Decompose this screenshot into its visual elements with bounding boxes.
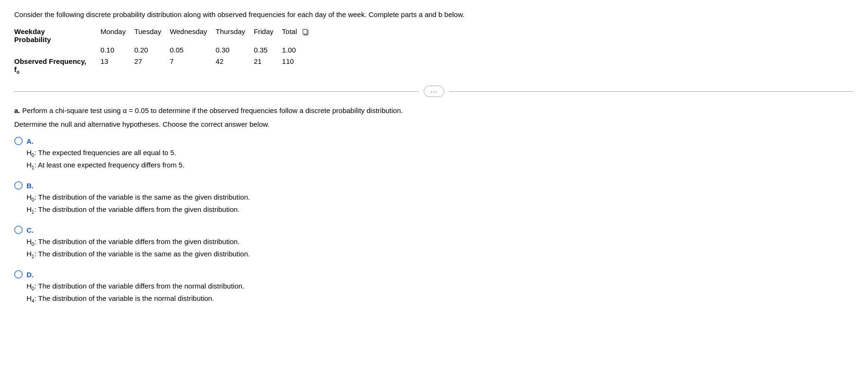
option-b-h1: H1: The distribution of the variable dif… <box>27 204 250 216</box>
option-d-letter: D. <box>27 271 34 279</box>
freq-total: 110 <box>282 55 318 76</box>
divider-section: ··· <box>14 86 854 97</box>
option-a-block: A. H0: The expected frequencies are all … <box>14 136 854 172</box>
option-d-h0: H0: The distribution of the variable dif… <box>27 280 244 293</box>
option-d-block: D. H0: The distribution of the variable … <box>14 269 854 305</box>
col-friday-header: Friday <box>254 26 282 44</box>
option-a-radio[interactable] <box>14 137 23 145</box>
divider-line-right <box>449 91 854 92</box>
option-c-h0: H0: The distribution of the variable dif… <box>27 236 250 248</box>
option-a-letter: A. <box>27 137 34 145</box>
freq-tuesday: 27 <box>134 55 170 76</box>
option-a-h1: H1: At least one expected frequency diff… <box>27 159 185 172</box>
expand-button[interactable]: ··· <box>424 86 445 97</box>
option-c-radio[interactable] <box>14 226 23 234</box>
hypotheses-prompt: Determine the null and alternative hypot… <box>14 120 854 128</box>
prob-thursday: 0.30 <box>216 44 254 55</box>
freq-thursday: 42 <box>216 55 254 76</box>
data-table: WeekdayProbability Monday Tuesday Wednes… <box>14 26 318 76</box>
col-thursday-header: Thursday <box>216 26 254 44</box>
freq-wednesday: 7 <box>170 55 216 76</box>
svg-rect-1 <box>303 29 307 34</box>
divider-line-left <box>14 91 419 92</box>
col-monday-header: Monday <box>100 26 134 44</box>
table-header-row: WeekdayProbability Monday Tuesday Wednes… <box>14 26 318 44</box>
option-b-block: B. H0: The distribution of the variable … <box>14 180 854 216</box>
option-c-text: H0: The distribution of the variable dif… <box>27 236 250 261</box>
option-a-h0: H0: The expected frequencies are all equ… <box>27 147 185 159</box>
intro-text: Consider the following discrete probabil… <box>14 9 854 19</box>
col-weekday-header: WeekdayProbability <box>14 26 100 44</box>
prob-monday: 0.10 <box>100 44 134 55</box>
prob-tuesday: 0.20 <box>134 44 170 55</box>
option-b-h0: H0: The distribution of the variable is … <box>27 192 250 204</box>
option-c-letter: C. <box>27 226 34 234</box>
section-a-label: a. Perform a chi-square test using α = 0… <box>14 106 854 114</box>
option-c-block: C. H0: The distribution of the variable … <box>14 225 854 261</box>
prob-friday: 0.35 <box>254 44 282 55</box>
col-tuesday-header: Tuesday <box>134 26 170 44</box>
freq-label: Observed Frequency,fo <box>14 55 100 76</box>
freq-friday: 21 <box>254 55 282 76</box>
freq-monday: 13 <box>100 55 134 76</box>
copy-icon[interactable] <box>302 28 310 36</box>
option-b-letter: B. <box>27 182 34 190</box>
col-wednesday-header: Wednesday <box>170 26 216 44</box>
option-b-text: H0: The distribution of the variable is … <box>27 192 250 216</box>
option-a-text: H0: The expected frequencies are all equ… <box>27 147 185 172</box>
frequency-row: Observed Frequency,fo 13 27 7 42 21 110 <box>14 55 318 76</box>
prob-total: 1.00 <box>282 44 318 55</box>
prob-wednesday: 0.05 <box>170 44 216 55</box>
probability-row: 0.10 0.20 0.05 0.30 0.35 1.00 <box>14 44 318 55</box>
prob-label <box>14 44 100 55</box>
section-a-text: Perform a chi-square test using α = 0.05… <box>22 106 403 114</box>
option-d-text: H0: The distribution of the variable dif… <box>27 280 244 305</box>
col-total-header: Total <box>282 26 318 44</box>
option-d-h1: H4: The distribution of the variable is … <box>27 293 244 305</box>
option-d-radio[interactable] <box>14 270 23 279</box>
option-c-h1: H1: The distribution of the variable is … <box>27 248 250 261</box>
section-a: a. Perform a chi-square test using α = 0… <box>14 106 854 305</box>
option-b-radio[interactable] <box>14 181 23 190</box>
